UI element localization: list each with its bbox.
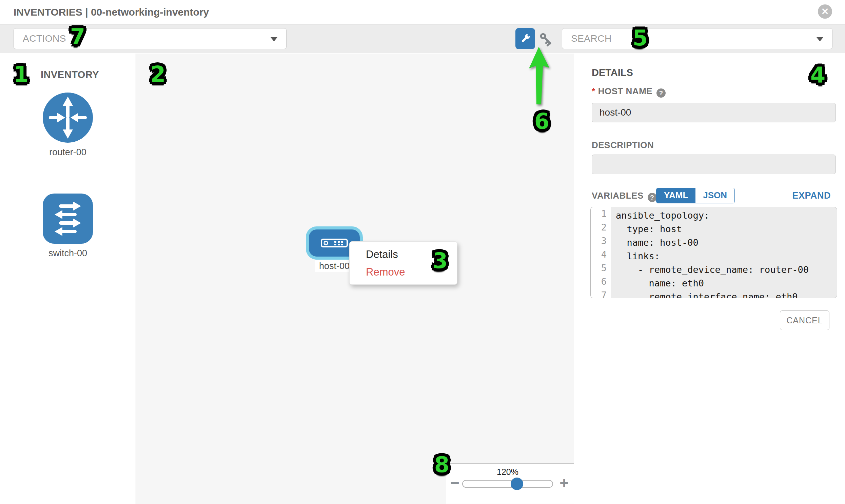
toolbar: ACTIONS SEARCH xyxy=(0,24,845,53)
help-icon[interactable]: ? xyxy=(656,88,666,97)
sidebar-heading: INVENTORY xyxy=(41,69,99,80)
code-line: 4 links: xyxy=(591,250,837,263)
required-marker: * xyxy=(592,86,595,96)
annotation-3: 3 xyxy=(433,248,448,273)
code-line: 2 type: host xyxy=(591,222,837,236)
description-label: DESCRIPTION xyxy=(592,140,654,150)
switch-icon xyxy=(42,193,93,244)
router-icon xyxy=(42,92,93,143)
annotation-2: 2 xyxy=(151,62,166,87)
chevron-down-icon xyxy=(816,37,823,41)
variables-code-editor[interactable]: 1 ansible_topology: 2 type: host 3 name:… xyxy=(591,207,837,298)
host-name-input[interactable] xyxy=(592,103,836,122)
key-icon xyxy=(538,31,555,48)
page-title: INVENTORIES | 00-networking-inventory xyxy=(14,6,209,18)
search-dropdown[interactable]: SEARCH xyxy=(562,28,832,49)
zoom-slider-track[interactable] xyxy=(462,480,553,488)
palette-item-label: switch-00 xyxy=(42,248,93,258)
code-lines: 1 ansible_topology: 2 type: host 3 name:… xyxy=(591,207,837,298)
palette-item-label: router-00 xyxy=(42,147,93,158)
actions-dropdown[interactable]: ACTIONS xyxy=(14,28,286,49)
code-line: 3 name: host-00 xyxy=(591,236,837,250)
code-line: 6 name: eth0 xyxy=(591,276,837,290)
page-header: INVENTORIES | 00-networking-inventory ✕ xyxy=(0,0,845,24)
palette-item-switch[interactable]: switch-00 xyxy=(42,193,93,258)
annotation-5: 5 xyxy=(633,25,648,51)
code-line: 5 - remote_device_name: router-00 xyxy=(591,263,837,276)
details-heading: DETAILS xyxy=(592,67,633,78)
code-line: 7 remote_interface_name: eth0 xyxy=(591,290,837,298)
code-line: 1 ansible_topology: xyxy=(591,209,837,222)
search-dropdown-label: SEARCH xyxy=(571,33,612,44)
zoom-out-button[interactable]: − xyxy=(450,474,459,492)
description-input[interactable] xyxy=(592,155,836,174)
host-name-label: *HOST NAME? xyxy=(592,86,666,97)
server-icon xyxy=(321,239,348,248)
app-root: { "header": { "title": "INVENTORIES | 00… xyxy=(0,0,845,504)
host-node-label: host-00 xyxy=(315,260,354,272)
inventory-sidebar: INVENTORY router-00 xyxy=(0,54,136,504)
chevron-down-icon xyxy=(270,37,277,41)
zoom-slider-thumb[interactable] xyxy=(511,478,523,490)
annotation-4: 4 xyxy=(810,63,826,88)
actions-dropdown-label: ACTIONS xyxy=(23,33,66,44)
details-panel: DETAILS *HOST NAME? DESCRIPTION VARIABLE… xyxy=(574,54,845,504)
expand-link[interactable]: EXPAND xyxy=(792,191,831,201)
annotation-6: 6 xyxy=(534,109,550,134)
key-button[interactable] xyxy=(538,31,555,48)
cancel-button[interactable]: CANCEL xyxy=(780,310,829,330)
close-icon[interactable]: ✕ xyxy=(818,4,832,19)
zoom-in-button[interactable]: + xyxy=(560,474,569,492)
annotation-7: 7 xyxy=(70,24,85,49)
wrench-icon xyxy=(519,32,532,45)
toggle-json[interactable]: JSON xyxy=(696,188,735,203)
variables-format-toggle: YAML JSON xyxy=(656,188,735,203)
zoom-control: 120% − + xyxy=(446,463,574,504)
help-icon[interactable]: ? xyxy=(648,193,657,202)
annotation-1: 1 xyxy=(14,62,29,87)
green-up-arrow-icon xyxy=(528,46,555,107)
zoom-percent-label: 120% xyxy=(467,467,548,477)
toggle-yaml[interactable]: YAML xyxy=(656,188,696,203)
palette-item-router[interactable]: router-00 xyxy=(42,92,93,158)
annotation-8: 8 xyxy=(434,452,450,477)
variables-label: VARIABLES? xyxy=(592,191,657,202)
topology-canvas[interactable]: host-00 Details Remove 120% − + xyxy=(136,54,574,504)
